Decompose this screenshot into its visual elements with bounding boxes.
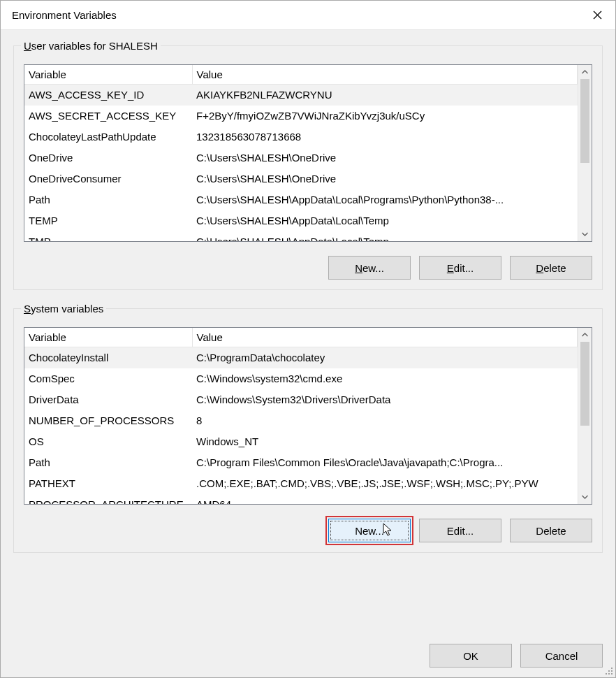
column-header-variable[interactable]: Variable — [24, 328, 192, 347]
table-row[interactable]: PATHEXT.COM;.EXE;.BAT;.CMD;.VBS;.VBE;.JS… — [24, 473, 578, 494]
table-row[interactable]: OneDriveConsumerC:\Users\SHALESH\OneDriv… — [24, 168, 578, 189]
table-row[interactable]: AWS_SECRET_ACCESS_KEYF+2ByY/fmyiOZwZB7VW… — [24, 106, 578, 127]
table-row[interactable]: DriverDataC:\Windows\System32\Drivers\Dr… — [24, 389, 578, 410]
chevron-down-icon — [582, 232, 588, 236]
cell-variable: TMP — [24, 231, 192, 242]
svg-rect-7 — [611, 673, 613, 675]
table-row[interactable]: TMPC:\Users\SHALESH\AppData\Local\Temp — [24, 231, 578, 242]
cell-variable: TEMP — [24, 210, 192, 231]
cell-variable: Path — [24, 452, 192, 473]
system-delete-button[interactable]: Delete — [510, 519, 592, 542]
system-variables-table[interactable]: Variable Value ChocolateyInstallC:\Progr… — [24, 327, 592, 505]
cell-variable: PATHEXT — [24, 473, 192, 494]
scroll-thumb[interactable] — [580, 79, 589, 163]
cell-variable: AWS_SECRET_ACCESS_KEY — [24, 106, 192, 127]
vertical-scrollbar[interactable] — [578, 65, 592, 241]
user-edit-button[interactable]: Edit... — [419, 256, 501, 280]
cell-variable: DriverData — [24, 389, 192, 410]
cell-value: AMD64 — [192, 494, 578, 505]
cell-value: .COM;.EXE;.BAT;.CMD;.VBS;.VBE;.JS;.JSE;.… — [192, 473, 578, 494]
cell-value: AKIAYKFB2NLFAZWCRYNU — [192, 85, 578, 106]
table-header-row[interactable]: Variable Value — [24, 65, 578, 85]
cell-value: C:\Windows\system32\cmd.exe — [192, 368, 578, 389]
cell-value: Windows_NT — [192, 431, 578, 452]
cell-value: C:\ProgramData\chocolatey — [192, 347, 578, 368]
cell-value: C:\Windows\System32\Drivers\DriverData — [192, 389, 578, 410]
table-row[interactable]: OneDriveC:\Users\SHALESH\OneDrive — [24, 147, 578, 168]
scroll-thumb[interactable] — [580, 342, 589, 426]
system-new-button[interactable]: New... — [328, 519, 411, 542]
cell-value: C:\Users\SHALESH\AppData\Local\Programs\… — [192, 189, 578, 210]
close-button[interactable] — [579, 1, 615, 30]
system-variables-group: System variables Variable Value Chocolat… — [13, 303, 603, 553]
table-row[interactable]: OSWindows_NT — [24, 431, 578, 452]
scroll-down-arrow[interactable] — [578, 490, 592, 504]
scroll-up-arrow[interactable] — [578, 65, 592, 79]
cell-value: C:\Users\SHALESH\OneDrive — [192, 147, 578, 168]
table-row[interactable]: PathC:\Program Files\Common Files\Oracle… — [24, 452, 578, 473]
table-row[interactable]: NUMBER_OF_PROCESSORS8 — [24, 410, 578, 431]
cell-variable: OneDrive — [24, 147, 192, 168]
svg-rect-4 — [611, 670, 613, 672]
window-title: Environment Variables — [12, 9, 117, 21]
chevron-down-icon — [582, 495, 588, 499]
table-row[interactable]: ChocolateyInstallC:\ProgramData\chocolat… — [24, 347, 578, 368]
user-variables-group: User variables for SHALESH Variable Valu… — [13, 40, 603, 290]
chevron-up-icon — [582, 70, 588, 74]
cell-variable: OS — [24, 431, 192, 452]
cell-value: 8 — [192, 410, 578, 431]
svg-rect-5 — [606, 673, 607, 675]
table-row[interactable]: AWS_ACCESS_KEY_IDAKIAYKFB2NLFAZWCRYNU — [24, 85, 578, 106]
scroll-down-arrow[interactable] — [578, 227, 592, 241]
vertical-scrollbar[interactable] — [578, 328, 592, 504]
cell-variable: ComSpec — [24, 368, 192, 389]
user-delete-button[interactable]: Delete — [510, 256, 592, 280]
cell-value: C:\Users\SHALESH\AppData\Local\Temp — [192, 231, 578, 242]
system-edit-button[interactable]: Edit... — [419, 519, 501, 542]
dialog-buttons-row: OK Cancel — [13, 631, 603, 668]
column-header-value[interactable]: Value — [192, 328, 578, 347]
cell-value: C:\Users\SHALESH\OneDrive — [192, 168, 578, 189]
svg-rect-3 — [608, 670, 610, 672]
system-variables-legend: System variables — [21, 303, 106, 315]
column-header-variable[interactable]: Variable — [24, 65, 192, 85]
dialog-client-area: User variables for SHALESH Variable Valu… — [1, 30, 615, 677]
svg-rect-6 — [608, 673, 610, 675]
ok-button[interactable]: OK — [430, 644, 512, 668]
close-icon — [593, 10, 602, 20]
resize-grip[interactable] — [604, 666, 614, 676]
table-row[interactable]: TEMPC:\Users\SHALESH\AppData\Local\Temp — [24, 210, 578, 231]
cell-variable: PROCESSOR_ARCHITECTURE — [24, 494, 192, 505]
system-buttons-row: New... Edit... Delete — [24, 519, 592, 542]
cell-value: C:\Users\SHALESH\AppData\Local\Temp — [192, 210, 578, 231]
user-variables-table[interactable]: Variable Value AWS_ACCESS_KEY_IDAKIAYKFB… — [24, 64, 592, 242]
user-new-button[interactable]: New... — [328, 256, 411, 280]
table-row[interactable]: PROCESSOR_ARCHITECTUREAMD64 — [24, 494, 578, 505]
table-header-row[interactable]: Variable Value — [24, 328, 578, 347]
cell-variable: AWS_ACCESS_KEY_ID — [24, 85, 192, 106]
scroll-up-arrow[interactable] — [578, 328, 592, 342]
cell-value: F+2ByY/fmyiOZwZB7VWiJNraZKibYvzj3uk/uSCy — [192, 106, 578, 127]
cell-value: 132318563078713668 — [192, 127, 578, 147]
cell-variable: NUMBER_OF_PROCESSORS — [24, 410, 192, 431]
cell-variable: ChocolateyLastPathUpdate — [24, 127, 192, 147]
environment-variables-dialog: Environment Variables User variables for… — [0, 0, 616, 678]
cell-value: C:\Program Files\Common Files\Oracle\Jav… — [192, 452, 578, 473]
cell-variable: ChocolateyInstall — [24, 347, 192, 368]
table-row[interactable]: ChocolateyLastPathUpdate1323185630787136… — [24, 127, 578, 147]
user-buttons-row: New... Edit... Delete — [24, 256, 592, 280]
table-row[interactable]: ComSpecC:\Windows\system32\cmd.exe — [24, 368, 578, 389]
cell-variable: OneDriveConsumer — [24, 168, 192, 189]
cancel-button[interactable]: Cancel — [520, 644, 603, 668]
chevron-up-icon — [582, 333, 588, 337]
svg-rect-2 — [611, 668, 613, 669]
table-row[interactable]: PathC:\Users\SHALESH\AppData\Local\Progr… — [24, 189, 578, 210]
highlighted-button-frame: New... — [328, 519, 411, 542]
user-variables-legend: User variables for SHALESH — [21, 40, 161, 52]
cell-variable: Path — [24, 189, 192, 210]
resize-grip-icon — [604, 666, 614, 676]
column-header-value[interactable]: Value — [192, 65, 578, 85]
titlebar: Environment Variables — [1, 1, 615, 30]
